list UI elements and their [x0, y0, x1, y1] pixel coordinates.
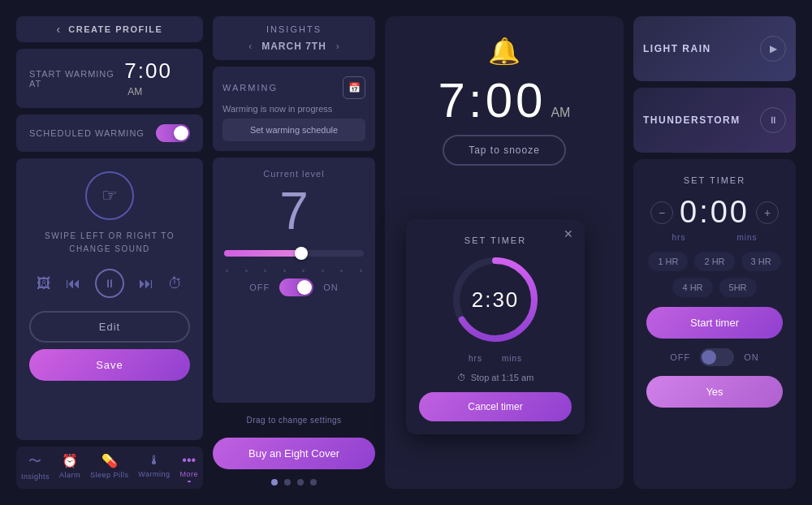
date-text: MARCH 7TH: [261, 41, 326, 52]
slider-dot: [322, 270, 324, 272]
level-toggle[interactable]: [279, 278, 313, 296]
on-label: ON: [323, 283, 339, 292]
page-dot-3[interactable]: [297, 479, 304, 486]
nav-warming[interactable]: 🌡 Warming: [138, 453, 170, 482]
save-button[interactable]: Save: [29, 349, 190, 381]
cancel-timer-button[interactable]: Cancel timer: [419, 392, 572, 421]
clock-time: 7:00: [438, 76, 546, 125]
start-timer-button[interactable]: Start timer: [646, 307, 783, 339]
clock-am: AM: [551, 106, 570, 120]
level-toggle-row: OFF ON: [249, 278, 339, 296]
main-container: ‹ CREATE PROFILE START WARMING AT 7:00 A…: [0, 0, 812, 505]
timer-digits: 0:00: [680, 195, 749, 230]
timer-overlay-title: SET TIMER: [464, 235, 526, 245]
slider-fill: [224, 250, 301, 257]
warming-nav-icon: 🌡: [148, 453, 161, 468]
insights-header: INSIGHTS ‹ MARCH 7TH ›: [213, 16, 375, 60]
insights-title: INSIGHTS: [266, 24, 322, 34]
schedule-label: SCHEDULED WARMING: [29, 128, 145, 138]
light-rain-label: LIGHT RAIN: [643, 43, 760, 54]
page-dot-1[interactable]: [271, 479, 278, 486]
swipe-area: ☞ SWIPE LEFT OR RIGHT TOCHANGE SOUND 🖼 ⏮…: [16, 158, 203, 440]
slider-dot: [283, 270, 286, 272]
light-rain-play-button[interactable]: ▶: [760, 36, 786, 62]
light-rain-card: LIGHT RAIN ▶: [633, 16, 796, 81]
level-toggle-dot: [297, 280, 312, 295]
timer-unit-labels: hrs mins: [646, 233, 783, 242]
set-timer-title: SET TIMER: [684, 175, 745, 185]
timer-icon[interactable]: ⏱: [168, 275, 183, 292]
right-toggle[interactable]: [700, 348, 734, 366]
page-dots: [213, 476, 375, 489]
time-value-container: 7:00 AM: [124, 58, 190, 98]
image-icon[interactable]: 🖼: [37, 275, 51, 292]
create-profile-label: CREATE PROFILE: [68, 24, 162, 34]
warming-box: WARMING 📅 Warming is now in progress Set…: [213, 67, 375, 151]
rewind-icon[interactable]: ⏮: [66, 275, 80, 292]
page-dot-2[interactable]: [284, 479, 291, 486]
slider-dot: [245, 270, 248, 272]
snooze-button[interactable]: Tap to snooze: [443, 135, 566, 166]
mins-label: mins: [736, 233, 757, 242]
hrs-label: hrs: [672, 233, 685, 242]
timer-decrement-button[interactable]: −: [650, 201, 673, 224]
set-warming-schedule-button[interactable]: Set warming schedule: [222, 119, 365, 141]
nav-more[interactable]: ••• More: [179, 453, 198, 482]
back-button[interactable]: ‹ CREATE PROFILE: [16, 16, 203, 42]
calendar-icon[interactable]: 📅: [343, 76, 365, 99]
set-timer-panel: SET TIMER − 0:00 + hrs mins 1 HR 2 HR 3 …: [633, 159, 796, 489]
slider-thumb[interactable]: [295, 247, 308, 260]
stop-row: ⏱ Stop at 1:15 am: [457, 373, 534, 382]
right-toggle-dot: [702, 350, 716, 365]
middle-panel: INSIGHTS ‹ MARCH 7TH › WARMING 📅 Warming…: [213, 16, 375, 489]
hr-3-button[interactable]: 3 HR: [741, 252, 781, 271]
level-panel: Current level 7 OFF ON: [213, 158, 375, 403]
nav-alarm[interactable]: ⏰ Alarm: [59, 453, 80, 482]
stop-icon: ⏱: [457, 373, 466, 382]
bottom-nav: 〜 Insights ⏰ Alarm 💊 Sleep Pills 🌡 Warmi…: [16, 447, 203, 489]
timer-mins-label: mins: [502, 354, 522, 363]
current-level-label: Current level: [263, 169, 324, 179]
yes-button[interactable]: Yes: [646, 376, 783, 408]
thunderstorm-pause-button[interactable]: ⏸: [760, 107, 786, 133]
buy-cover-button[interactable]: Buy an Eight Cover: [213, 438, 375, 469]
schedule-toggle[interactable]: [156, 124, 190, 142]
timer-overlay: ✕ SET TIMER 2:30 hrs mins ⏱: [406, 219, 585, 434]
timer-overlay-time: 2:30: [472, 287, 520, 312]
level-number: 7: [279, 185, 309, 237]
insights-nav-label: Insights: [21, 473, 50, 481]
bell-icon: 🔔: [488, 36, 520, 67]
hr-4-button[interactable]: 4 HR: [672, 278, 712, 297]
hr-1-button[interactable]: 1 HR: [648, 252, 688, 271]
hr-5-button[interactable]: 5HR: [719, 278, 757, 297]
timer-close-button[interactable]: ✕: [564, 227, 573, 240]
alarm-nav-label: Alarm: [59, 471, 80, 479]
edit-button[interactable]: Edit: [29, 311, 190, 343]
level-slider[interactable]: [224, 250, 364, 257]
hr-2-button[interactable]: 2 HR: [694, 252, 734, 271]
timer-overlay-labels: hrs mins: [469, 354, 522, 363]
forward-icon[interactable]: ⏭: [139, 275, 153, 292]
right-on-label: ON: [744, 352, 759, 362]
page-dot-4[interactable]: [310, 479, 317, 486]
more-nav-label: More: [179, 470, 198, 478]
more-nav-icon: •••: [182, 453, 196, 468]
slider-dot: [340, 270, 343, 272]
warming-title: WARMING: [222, 83, 278, 93]
pause-button[interactable]: ⏸: [95, 269, 124, 298]
thunderstorm-label: THUNDERSTORM: [643, 114, 760, 126]
prev-date-arrow[interactable]: ‹: [248, 41, 252, 52]
start-warming-label: START WARMING AT: [29, 69, 124, 88]
hr-buttons: 1 HR 2 HR 3 HR 4 HR 5HR: [646, 252, 783, 297]
slider-dot: [360, 270, 362, 272]
slider-dots: [224, 270, 364, 272]
back-arrow-icon: ‹: [57, 23, 61, 36]
date-nav: ‹ MARCH 7TH ›: [221, 41, 367, 52]
nav-sleep[interactable]: 💊 Sleep Pills: [90, 453, 129, 482]
timer-input-row: − 0:00 +: [650, 195, 779, 230]
timer-increment-button[interactable]: +: [756, 201, 779, 224]
swipe-text: SWIPE LEFT OR RIGHT TOCHANGE SOUND: [45, 230, 175, 256]
nav-insights[interactable]: 〜 Insights: [21, 453, 50, 482]
schedule-row: SCHEDULED WARMING: [16, 114, 203, 152]
next-date-arrow[interactable]: ›: [336, 41, 339, 52]
